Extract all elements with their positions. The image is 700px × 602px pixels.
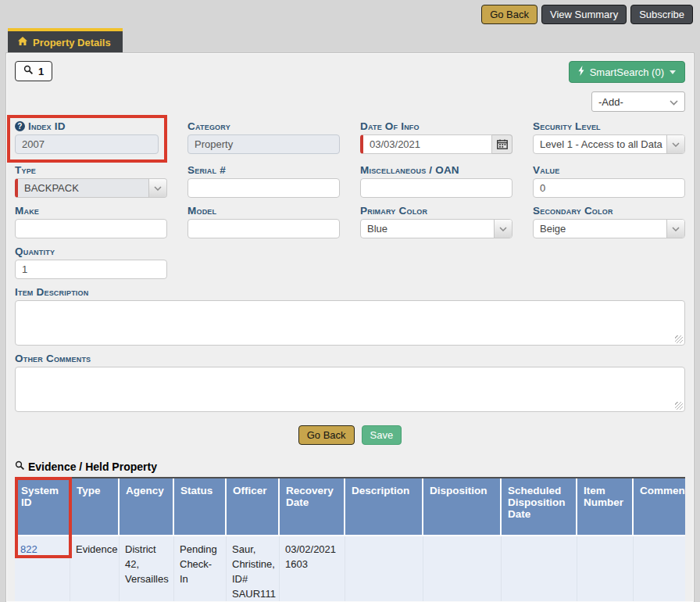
cell-scheduled-disposition-date [502,536,577,602]
col-agency: Agency [120,478,174,536]
calendar-icon [497,139,508,149]
category-label: Category [188,120,340,132]
cell-system-id: 822 [15,536,70,602]
smartsearch-button[interactable]: SmartSearch (0) [569,61,685,83]
index-id-input[interactable] [15,134,159,154]
col-officer: Officer [227,478,280,536]
col-status: Status [174,478,227,536]
property-form: ? Index ID Category Date Of Info Securit… [15,120,685,279]
field-value: Value [533,164,685,198]
col-disposition: Disposition [423,478,502,536]
property-details-panel: 1 SmartSearch (0) -Add- ? Index ID [6,53,694,602]
field-other-comments: Other Comments [15,353,685,412]
model-label: Model [188,205,340,217]
add-row: -Add- [15,91,685,112]
quantity-label: Quantity [15,245,167,257]
col-item-number: Item Number [577,478,634,536]
magnifier-icon[interactable] [15,460,25,473]
make-label: Make [15,205,167,217]
cell-officer: Saur, Christine, ID# SAUR111 [227,536,280,602]
col-comments: Comments [634,478,685,536]
other-comments-textarea[interactable] [15,367,685,412]
col-scheduled-disposition-date: Scheduled Disposition Date [502,478,577,536]
save-button[interactable]: Save [362,425,402,445]
evidence-table-wrap: System ID Type Agency Status Officer Rec… [15,477,685,602]
cell-item-number [577,536,634,602]
quantity-input[interactable] [15,260,167,279]
field-make: Make [15,205,167,238]
view-summary-button[interactable]: View Summary [541,5,627,24]
make-input[interactable] [15,219,167,238]
security-level-label: Security Level [533,120,685,132]
serial-label: Serial # [188,164,340,176]
value-label: Value [533,164,685,176]
subscribe-button[interactable]: Subscribe [630,5,693,24]
security-level-value: Level 1 - Access to all Data [534,135,666,153]
field-secondary-color: Secondary Color Beige [533,205,685,238]
help-icon[interactable]: ? [15,121,25,131]
cell-type: Evidence [70,536,120,602]
misc-oan-input[interactable] [360,178,512,198]
date-of-info-label: Date Of Info [360,120,512,132]
field-misc-oan: Miscellaneous / OAN [360,164,512,198]
smartsearch-label: SmartSearch (0) [590,66,664,78]
bolt-icon [578,66,584,78]
cell-comments [634,536,685,602]
primary-color-label: Primary Color [360,205,512,217]
field-security-level: Security Level Level 1 - Access to all D… [533,120,685,157]
tab-property-details[interactable]: Property Details [8,28,123,55]
system-id-link[interactable]: 822 [20,543,38,555]
type-label: Type [15,164,167,176]
field-date-of-info: Date Of Info [360,120,512,157]
security-level-select[interactable]: Level 1 - Access to all Data [533,134,685,154]
model-input[interactable] [188,219,340,238]
field-serial: Serial # [188,164,340,198]
primary-color-select[interactable]: Blue [360,219,512,238]
type-value: BACKPACK [18,179,148,197]
evidence-header-row: System ID Type Agency Status Officer Rec… [15,478,685,536]
chevron-down-icon [666,135,684,153]
col-description: Description [345,478,423,536]
secondary-color-value: Beige [534,220,666,238]
category-input[interactable] [188,134,340,154]
index-id-highlight-box: ? Index ID [7,115,167,163]
add-dropdown[interactable]: -Add- [591,91,685,112]
col-recovery-date: Recovery Date [280,478,345,536]
index-id-label: Index ID [28,120,66,132]
calendar-button[interactable] [492,134,512,154]
tab-label: Property Details [33,37,111,48]
top-action-bar: Go Back View Summary Subscribe [0,0,700,28]
resize-grip[interactable] [675,402,683,410]
chevron-down-icon [494,220,512,238]
cell-description [345,536,423,602]
field-category: Category [188,120,340,157]
cell-agency: District 42, Versailles [120,536,174,602]
resize-grip[interactable] [675,335,683,343]
field-item-description: Item Description [15,286,685,346]
col-system-id: System ID [15,478,70,536]
field-index-id: ? Index ID [15,120,167,157]
evidence-title-text: Evidence / Held Property [28,460,157,473]
other-comments-label: Other Comments [15,353,685,364]
go-back-button-form[interactable]: Go Back [298,425,355,445]
magnifier-icon [23,65,34,77]
type-select[interactable]: BACKPACK [15,178,167,198]
go-back-button-top[interactable]: Go Back [481,5,538,24]
panel-toolbar: 1 SmartSearch (0) [15,61,685,83]
form-action-buttons: Go Back Save [15,425,685,445]
evidence-section-title: Evidence / Held Property [15,460,685,473]
serial-input[interactable] [188,178,340,198]
item-description-textarea[interactable] [15,300,685,346]
value-input[interactable] [533,178,685,198]
field-quantity: Quantity [15,245,167,279]
cell-disposition [423,536,502,602]
home-icon [17,36,28,48]
record-search-button[interactable]: 1 [15,61,52,81]
chevron-down-icon [666,220,684,238]
item-description-label: Item Description [15,286,685,298]
chevron-down-icon [670,96,678,108]
cell-recovery-date: 03/02/2021 1603 [280,536,345,602]
secondary-color-select[interactable]: Beige [533,219,685,238]
evidence-table-row: 822 Evidence District 42, Versailles Pen… [15,536,685,602]
date-of-info-input[interactable] [360,134,492,154]
